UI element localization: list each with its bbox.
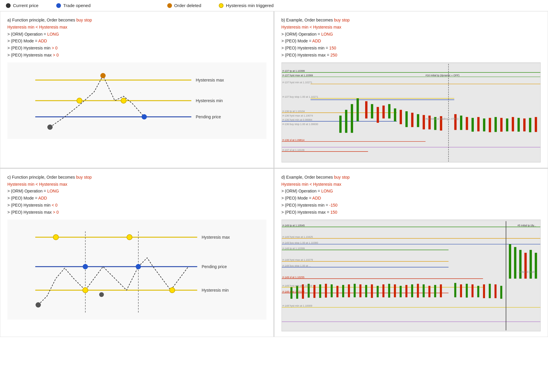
svg-rect-41	[454, 114, 456, 130]
svg-rect-122	[434, 285, 436, 297]
svg-text:#-148 hyst min at 1.10009: #-148 hyst min at 1.10009	[282, 304, 312, 307]
svg-rect-35	[411, 113, 413, 127]
svg-text:#-136 tp at 1.10104: #-136 tp at 1.10104	[282, 110, 304, 113]
svg-rect-117	[405, 285, 407, 297]
svg-rect-132	[500, 286, 502, 299]
svg-point-79	[127, 235, 132, 240]
svg-rect-113	[382, 284, 384, 297]
trade-opened-dot	[56, 3, 61, 8]
svg-point-78	[53, 235, 59, 240]
svg-rect-45	[477, 117, 479, 131]
panel-a-line1: Hysteresis min < Hysteresis max	[7, 24, 266, 31]
svg-rect-133	[509, 244, 511, 278]
panel-d-line5: > (PEO) Hysteresis max = 150	[282, 209, 541, 216]
svg-text:#-149 hyst min at 1.10159: #-149 hyst min at 1.10159	[282, 284, 312, 287]
current-price-dot	[6, 3, 11, 8]
svg-text:Pending price: Pending price	[196, 114, 221, 119]
panel-d: d) Example, Order becomes buy stop Hyste…	[274, 168, 548, 337]
svg-point-81	[136, 264, 141, 269]
panel-d-title: d) Example, Order becomes buy stop	[282, 174, 541, 181]
svg-rect-28	[371, 104, 373, 118]
hysteresis-triggered-label: Hysteresis min triggered	[226, 3, 274, 8]
svg-rect-101	[313, 285, 315, 298]
hysteresis-triggered-dot	[219, 3, 223, 8]
panel-c-line2: > (ORM) Operation = LONG	[7, 188, 266, 195]
trade-opened-label: Trade opened	[63, 3, 91, 8]
panel-d-line3: > (PEO) Mode = ADD	[282, 195, 541, 202]
svg-rect-103	[325, 284, 327, 298]
legend-trade-opened: Trade opened	[56, 3, 91, 8]
svg-rect-111	[371, 284, 373, 298]
order-deleted-dot	[167, 3, 172, 8]
svg-rect-108	[354, 284, 356, 297]
panel-b-line5: > (PEO) Hysteresis max = 250	[282, 52, 541, 59]
legend-bar: Current price Trade opened Order deleted…	[0, 0, 548, 11]
panel-d-desc: d) Example, Order becomes buy stop Hyste…	[282, 174, 541, 216]
svg-rect-135	[519, 250, 521, 279]
panel-b: b) Example, Order becomes buy stop Hyste…	[274, 11, 548, 168]
svg-text:Hysteresis min: Hysteresis min	[196, 98, 223, 103]
svg-rect-128	[477, 286, 479, 297]
svg-text:#-149 sl at 1.10255: #-149 sl at 1.10255	[282, 275, 304, 278]
svg-point-77	[99, 292, 104, 297]
svg-text:Pending price: Pending price	[202, 264, 227, 269]
panel-c-line5: > (PEO) Hysteresis max > 0	[7, 209, 266, 216]
order-deleted-label: Order deleted	[174, 3, 201, 8]
svg-text:#16 initial sl (trailing = ATR: #16 initial sl (trailing = ATRS)	[426, 117, 458, 120]
svg-rect-30	[382, 105, 385, 118]
svg-rect-46	[483, 118, 485, 131]
svg-rect-110	[365, 285, 367, 297]
svg-text:#-137 sl at 1.10109: #-137 sl at 1.10109	[282, 149, 304, 152]
svg-point-9	[100, 73, 106, 78]
panel-a-line2: > (ORM) Operation = LONG	[7, 31, 266, 38]
svg-rect-104	[330, 284, 332, 297]
svg-text:#-137 tp at 1.10399: #-137 tp at 1.10399	[282, 69, 304, 72]
panel-a-line4: > (PEO) Hysteresis min > 0	[7, 45, 266, 52]
svg-rect-27	[365, 101, 367, 119]
svg-rect-118	[411, 284, 413, 297]
svg-text:#16 initial tp (dynamic = OFF): #16 initial tp (dynamic = OFF)	[426, 74, 459, 77]
panel-a-line3: > (PEO) Mode = ADD	[7, 38, 266, 45]
svg-rect-42	[460, 116, 462, 130]
svg-rect-134	[514, 247, 516, 278]
svg-rect-23	[339, 116, 342, 133]
svg-rect-49	[500, 118, 502, 132]
svg-rect-136	[524, 253, 527, 278]
svg-text:#-136 hyst max at 1.10074: #-136 hyst max at 1.10074	[282, 114, 313, 117]
svg-point-8	[121, 98, 126, 103]
current-price-label: Current price	[13, 3, 39, 8]
svg-text:#-149 tp at 1.10545: #-149 tp at 1.10545	[282, 224, 304, 227]
svg-rect-127	[471, 284, 474, 297]
main-grid: a) Function principle, Order becomes buy…	[0, 11, 548, 337]
legend-order-deleted: Order deleted	[167, 3, 201, 8]
svg-rect-32	[394, 108, 396, 121]
svg-rect-126	[466, 284, 468, 298]
svg-point-7	[77, 98, 82, 103]
diagram-c-svg: Hysteresis max Pending price Hysteresis …	[7, 220, 266, 320]
svg-text:#-137 hyst min at 1.10271: #-137 hyst min at 1.10271	[282, 81, 312, 84]
svg-rect-26	[356, 98, 359, 121]
svg-rect-29	[377, 107, 379, 123]
svg-text:#-137 buy stop 1.00 at 1.10271: #-137 buy stop 1.00 at 1.10271	[282, 95, 318, 98]
svg-text:#-149 buy stop 1.00 at 1.10380: #-149 buy stop 1.00 at 1.10380	[282, 241, 318, 244]
svg-text:#-148 buy stop 1.00 at ...: #-148 buy stop 1.00 at ...	[282, 264, 311, 267]
svg-rect-121	[428, 286, 430, 297]
panel-a-line5: > (PEO) Hysteresis max > 0	[7, 52, 266, 59]
panel-a-desc: a) Function principle, Order becomes buy…	[7, 17, 266, 59]
panel-b-title: b) Example, Order becomes buy stop	[282, 17, 541, 24]
svg-rect-119	[417, 284, 419, 298]
svg-text:#-136 sl at 1.09814: #-136 sl at 1.09814	[282, 138, 304, 141]
panel-b-desc: b) Example, Order becomes buy stop Hyste…	[282, 17, 541, 59]
chart-b: #-137 tp at 1.10399 #-137 hyst max at 1.…	[282, 62, 541, 162]
svg-rect-138	[534, 253, 537, 278]
svg-rect-124	[454, 283, 456, 297]
svg-point-6	[47, 124, 53, 130]
panel-c: c) Function principle, Order becomes buy…	[0, 168, 274, 337]
svg-text:#-136 hyst min at 0.99984: #-136 hyst min at 0.99984	[282, 118, 312, 121]
svg-rect-102	[319, 284, 321, 298]
svg-rect-107	[348, 284, 350, 297]
panel-c-line1: Hysteresis min < Hysteresis max	[7, 181, 266, 188]
diagram-a-svg: Hysteresis max Hysteresis min Pending pr…	[7, 62, 266, 139]
svg-rect-44	[471, 118, 474, 132]
svg-rect-129	[483, 284, 485, 298]
